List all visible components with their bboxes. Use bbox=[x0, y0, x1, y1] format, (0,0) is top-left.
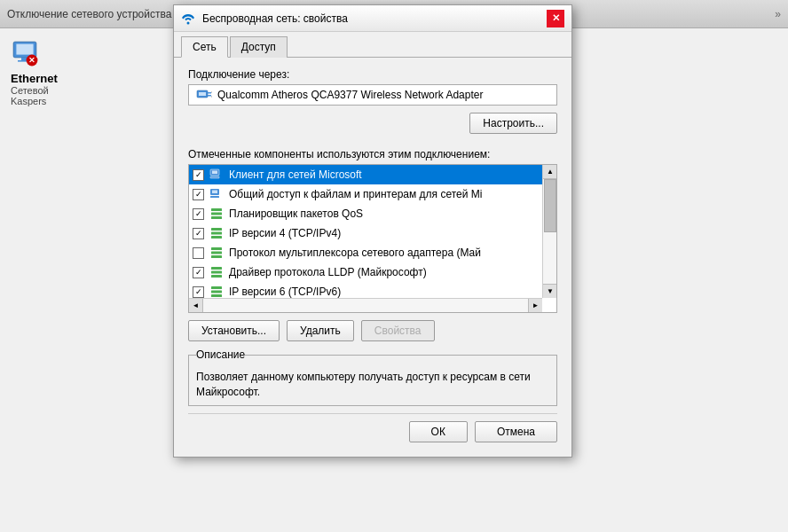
component-item-5[interactable]: ✓ Драйвер протокола LLDP (Майкрософт) bbox=[189, 262, 542, 282]
svg-rect-9 bbox=[208, 92, 211, 94]
svg-rect-33 bbox=[211, 294, 222, 297]
svg-rect-31 bbox=[211, 286, 222, 289]
scrollbar-h-track bbox=[203, 299, 528, 312]
checkbox-1[interactable]: ✓ bbox=[193, 189, 204, 200]
svg-rect-23 bbox=[211, 232, 222, 235]
modal-titlebar: Беспроводная сеть: свойства ✕ bbox=[174, 5, 571, 32]
network-sub2: Kaspers bbox=[11, 96, 53, 106]
svg-rect-14 bbox=[212, 171, 217, 175]
svg-rect-25 bbox=[211, 247, 222, 250]
close-button[interactable]: ✕ bbox=[547, 10, 564, 27]
ethernet-icon: ✕ bbox=[11, 39, 39, 67]
uninstall-button[interactable]: Удалить bbox=[287, 320, 354, 341]
configure-button[interactable]: Настроить... bbox=[469, 113, 557, 134]
svg-rect-26 bbox=[211, 252, 222, 254]
checkbox-3[interactable]: ✓ bbox=[193, 228, 204, 239]
connection-via-label: Подключение через: bbox=[188, 68, 557, 81]
svg-rect-21 bbox=[211, 216, 222, 219]
svg-rect-10 bbox=[208, 95, 211, 97]
adapter-icon bbox=[196, 89, 212, 101]
connection-via-box: Qualcomm Atheros QCA9377 Wireless Networ… bbox=[188, 84, 557, 106]
scrollbar-right-arrow[interactable]: ► bbox=[528, 299, 542, 313]
svg-rect-11 bbox=[211, 92, 212, 93]
comp-label-0: Клиент для сетей Microsoft bbox=[229, 168, 362, 181]
comp-label-2: Планировщик пакетов QoS bbox=[229, 207, 363, 220]
tab-access[interactable]: Доступ bbox=[230, 36, 288, 58]
components-list-container: ✓ Клиент для сетей Microsoft ✓ bbox=[188, 164, 557, 313]
scrollbar-down-arrow[interactable]: ▼ bbox=[543, 284, 557, 298]
install-button[interactable]: Установить... bbox=[188, 320, 280, 341]
comp-icon-5 bbox=[209, 265, 224, 279]
comp-label-6: IP версии 6 (TCP/IPv6) bbox=[229, 286, 341, 298]
wifi-title-icon bbox=[181, 12, 195, 26]
svg-rect-30 bbox=[211, 275, 222, 278]
scrollbar-thumb[interactable] bbox=[544, 179, 556, 232]
modal-title: Беспроводная сеть: свойства bbox=[202, 12, 540, 25]
svg-rect-17 bbox=[212, 191, 217, 194]
components-list: ✓ Клиент для сетей Microsoft ✓ bbox=[189, 165, 542, 312]
checkbox-4[interactable] bbox=[193, 247, 204, 259]
comp-icon-6 bbox=[209, 285, 224, 299]
comp-label-5: Драйвер протокола LLDP (Майкрософт) bbox=[229, 266, 427, 278]
properties-button[interactable]: Свойства bbox=[361, 320, 435, 341]
comp-icon-2 bbox=[209, 207, 224, 221]
svg-rect-22 bbox=[211, 228, 222, 231]
svg-rect-18 bbox=[210, 196, 219, 198]
svg-rect-12 bbox=[211, 97, 212, 98]
comp-icon-1 bbox=[209, 187, 224, 201]
description-text: Позволяет данному компьютеру получать до… bbox=[196, 371, 531, 398]
description-group: Описание Позволяет данному компьютеру по… bbox=[188, 348, 557, 406]
comp-icon-4 bbox=[209, 246, 224, 260]
scrollbar-up-arrow[interactable]: ▲ bbox=[543, 165, 557, 179]
network-icon-container: ✕ Ethernet Сетевой Kaspers bbox=[11, 39, 53, 82]
action-buttons-row: Установить... Удалить Свойства bbox=[188, 320, 557, 341]
comp-icon-3 bbox=[209, 226, 224, 240]
adapter-name: Qualcomm Atheros QCA9377 Wireless Networ… bbox=[217, 89, 483, 101]
scrollbar-track bbox=[543, 179, 556, 284]
scrollbar-vertical[interactable]: ▲ ▼ bbox=[542, 165, 556, 298]
svg-rect-15 bbox=[210, 176, 219, 178]
ethernet-label: Ethernet bbox=[11, 72, 53, 85]
comp-label-3: IP версии 4 (TCP/IPv4) bbox=[229, 227, 341, 239]
scrollbar-horizontal[interactable]: ◄ ► bbox=[189, 298, 542, 312]
ok-cancel-row: ОК Отмена bbox=[188, 413, 557, 446]
comp-label-1: Общий доступ к файлам и принтерам для се… bbox=[229, 188, 482, 200]
scrollbar-left-arrow[interactable]: ◄ bbox=[189, 299, 203, 313]
modal-body: Подключение через: Qualcomm Atheros QCA9… bbox=[174, 58, 571, 457]
svg-rect-29 bbox=[211, 271, 222, 274]
svg-rect-8 bbox=[199, 92, 206, 96]
svg-rect-24 bbox=[211, 236, 222, 239]
svg-rect-1 bbox=[16, 44, 33, 55]
bg-chevron: » bbox=[775, 8, 781, 20]
component-item-4[interactable]: Протокол мультиплексора сетевого адаптер… bbox=[189, 243, 542, 262]
svg-rect-20 bbox=[211, 213, 222, 215]
component-item-0[interactable]: ✓ Клиент для сетей Microsoft bbox=[189, 165, 542, 184]
components-label: Отмеченные компоненты используются этим … bbox=[188, 148, 557, 160]
ok-button[interactable]: ОК bbox=[409, 421, 468, 442]
cancel-button[interactable]: Отмена bbox=[475, 421, 557, 442]
tabs-bar: Сеть Доступ bbox=[174, 32, 571, 58]
component-item-3[interactable]: ✓ IP версии 4 (TCP/IPv4) bbox=[189, 223, 542, 243]
checkbox-0[interactable]: ✓ bbox=[193, 169, 204, 181]
checkbox-5[interactable]: ✓ bbox=[193, 267, 204, 278]
properties-dialog: Беспроводная сеть: свойства ✕ Сеть Досту… bbox=[173, 4, 572, 458]
checkbox-2[interactable]: ✓ bbox=[193, 208, 204, 220]
svg-point-6 bbox=[187, 21, 190, 24]
svg-rect-32 bbox=[211, 291, 222, 293]
component-item-2[interactable]: ✓ Планировщик пакетов QoS bbox=[189, 204, 542, 223]
component-item-1[interactable]: ✓ Общий доступ к файлам и принтерам для … bbox=[189, 184, 542, 204]
svg-rect-19 bbox=[211, 208, 222, 211]
description-legend: Описание bbox=[196, 348, 245, 361]
comp-label-4: Протокол мультиплексора сетевого адаптер… bbox=[229, 246, 481, 259]
tab-network[interactable]: Сеть bbox=[181, 36, 228, 58]
checkbox-6[interactable]: ✓ bbox=[193, 286, 204, 298]
network-sub1: Сетевой bbox=[11, 85, 53, 96]
svg-text:✕: ✕ bbox=[28, 56, 35, 65]
comp-icon-0 bbox=[209, 168, 224, 182]
svg-rect-28 bbox=[211, 267, 222, 270]
svg-rect-27 bbox=[211, 255, 222, 258]
